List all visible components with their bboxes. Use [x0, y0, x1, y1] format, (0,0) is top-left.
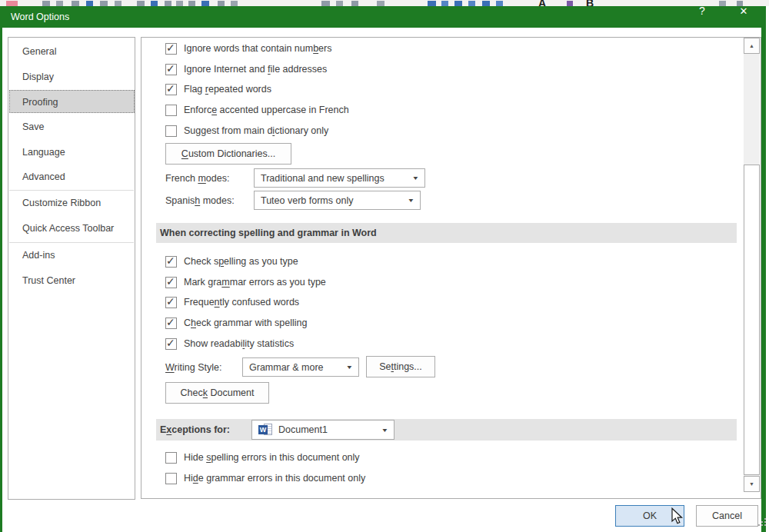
ribbon-fragment — [56, 1, 63, 6]
check-document-button[interactable]: Check Document — [165, 382, 269, 404]
checkbox-row-grammar-with-spelling: ✓ Check grammar with spelling — [165, 315, 307, 331]
checkbox-label: Flag repeated words — [184, 84, 271, 95]
ribbon-fragment — [72, 1, 79, 6]
sidebar-item-save[interactable]: Save — [9, 115, 134, 138]
ribbon-fragment — [321, 1, 330, 6]
ribbon-fragment — [454, 1, 462, 6]
checkbox[interactable]: ✓ — [165, 43, 177, 55]
scroll-down-icon: ▼ — [749, 481, 754, 487]
ribbon-fragment — [231, 1, 238, 6]
checkbox[interactable]: ✓ — [165, 64, 177, 75]
checkbox-row-flag-repeated: ✓ Flag repeated words — [165, 81, 271, 97]
ribbon-fragment — [496, 1, 503, 6]
checkbox-label: Ignore words that contain numbers — [184, 43, 331, 54]
sidebar-item-language[interactable]: Language — [9, 141, 134, 164]
word-logo-letter: W — [258, 425, 268, 434]
background-window-edge — [0, 28, 2, 532]
custom-dictionaries-button[interactable]: Custom Dictionaries... — [165, 143, 291, 165]
sidebar-item-general[interactable]: General — [9, 40, 134, 63]
checkbox[interactable]: ✓ — [165, 277, 177, 288]
ribbon-fragment — [377, 1, 384, 6]
check-icon: ✓ — [166, 254, 175, 267]
ribbon-fragment — [176, 1, 183, 6]
chevron-down-icon: ▼ — [408, 198, 415, 203]
word-document-icon: W — [258, 424, 273, 436]
checkbox-row-main-dictionary: Suggest from main dictionary only — [165, 123, 328, 138]
close-button[interactable]: ✕ — [731, 0, 757, 22]
scrollbar-thumb[interactable] — [744, 165, 760, 475]
sidebar-item-proofing[interactable]: Proofing — [9, 90, 135, 113]
checkbox-label: Check grammar with spelling — [184, 318, 307, 328]
exceptions-label: Exceptions for: — [160, 424, 230, 435]
ribbon-fragment — [151, 1, 158, 6]
dropdown-value: Grammar & more — [249, 362, 324, 373]
ribbon-fragment — [468, 1, 475, 6]
background-ribbon-sliver: A B — [0, 0, 769, 6]
ribbon-fragment — [165, 1, 171, 6]
checkbox-row-confused-words: ✓ Frequently confused words — [165, 294, 299, 310]
check-icon: ✓ — [166, 275, 175, 288]
french-modes-dropdown[interactable]: Traditional and new spellings ▼ — [254, 168, 425, 188]
chevron-down-icon: ▼ — [346, 364, 354, 370]
scrollbar-up-button[interactable]: ▲ — [744, 38, 760, 54]
ribbon-fragment — [100, 1, 108, 6]
sidebar-divider — [9, 190, 134, 191]
settings-button[interactable]: Settings... — [366, 356, 435, 377]
checkbox-row-readability: ✓ Show readability statistics — [165, 336, 294, 351]
sidebar-item-advanced[interactable]: Advanced — [9, 165, 134, 188]
checkbox-row-ignore-internet: ✓ Ignore Internet and file addresses — [165, 62, 327, 77]
checkbox-label: Suggest from main dictionary only — [184, 125, 328, 136]
checkbox-label: Frequently confused words — [184, 297, 299, 308]
spanish-modes-dropdown[interactable]: Tuteo verb forms only ▼ — [254, 191, 421, 210]
checkbox-row-french-uppercase: Enforce accented uppercase in French — [165, 102, 349, 118]
exceptions-document-dropdown[interactable]: W Document1 ▼ — [251, 420, 394, 440]
background-window-edge — [761, 28, 766, 532]
sidebar-item-display[interactable]: Display — [9, 65, 134, 88]
ribbon-fragment — [719, 1, 726, 6]
checkbox[interactable] — [165, 473, 177, 484]
checkbox-label: Show readability statistics — [184, 338, 294, 349]
resize-grip[interactable] — [755, 518, 767, 530]
cancel-button[interactable]: Cancel — [696, 505, 758, 527]
check-icon: ✓ — [166, 62, 175, 75]
checkbox-label: Hide grammar errors in this document onl… — [184, 473, 365, 484]
checkbox[interactable] — [165, 125, 177, 137]
sidebar-item-quick-access-toolbar[interactable]: Quick Access Toolbar — [9, 217, 134, 240]
sidebar-item-add-ins[interactable]: Add-ins — [9, 244, 134, 267]
checkbox[interactable]: ✓ — [165, 297, 177, 308]
checkbox-label: Hide spelling errors in this document on… — [184, 452, 360, 463]
checkbox[interactable]: ✓ — [165, 84, 177, 95]
ribbon-fragment — [115, 1, 122, 6]
chevron-down-icon: ▼ — [412, 175, 420, 181]
checkbox-row-check-spelling: ✓ Check spelling as you type — [165, 254, 298, 269]
checkbox-row-ignore-numbers: ✓ Ignore words that contain numbers — [165, 41, 331, 56]
checkbox[interactable]: ✓ — [165, 338, 177, 350]
ribbon-fragment — [6, 1, 18, 6]
help-button[interactable]: ? — [689, 0, 715, 22]
ribbon-fragment — [218, 1, 225, 6]
options-nav-sidebar: General Display Proofing Save Language A… — [8, 37, 135, 500]
sidebar-item-trust-center[interactable]: Trust Center — [9, 269, 134, 292]
mouse-cursor-icon — [669, 507, 684, 526]
background-letter-a: A — [538, 0, 546, 6]
sidebar-item-customize-ribbon[interactable]: Customize Ribbon — [9, 191, 134, 214]
chevron-down-icon: ▼ — [381, 427, 389, 433]
check-icon: ✓ — [166, 295, 175, 308]
ribbon-fragment — [201, 1, 209, 6]
checkbox[interactable]: ✓ — [165, 318, 177, 329]
dropdown-value: Traditional and new spellings — [261, 173, 384, 184]
check-icon: ✓ — [166, 82, 175, 95]
ribbon-fragment — [428, 1, 436, 6]
dropdown-value: Tuteo verb forms only — [261, 195, 353, 206]
section-header-correcting-in-word: When correcting spelling and grammar in … — [156, 223, 737, 243]
writing-style-dropdown[interactable]: Grammar & more ▼ — [242, 357, 359, 377]
ribbon-fragment — [351, 1, 358, 6]
checkbox[interactable]: ✓ — [165, 256, 177, 268]
spanish-modes-label: Spanish modes: — [165, 193, 235, 208]
checkbox[interactable] — [165, 105, 177, 116]
background-letter-b: B — [586, 0, 594, 6]
checkbox[interactable] — [165, 452, 177, 464]
word-options-dialog: A B Word Options ? ✕ General Display Pro… — [0, 0, 769, 532]
checkbox-label: Mark grammar errors as you type — [184, 277, 326, 288]
scrollbar-down-button[interactable]: ▼ — [744, 476, 760, 492]
